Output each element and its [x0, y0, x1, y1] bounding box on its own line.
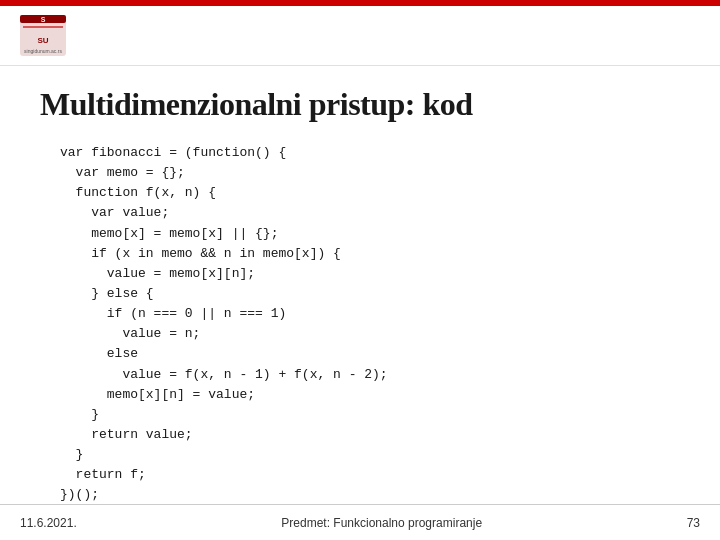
code-line-18: })();: [60, 485, 680, 505]
code-line-7: value = memo[x][n];: [60, 264, 680, 284]
footer-date: 11.6.2021.: [20, 516, 77, 530]
code-line-10: value = n;: [60, 324, 680, 344]
footer-subject: Predmet: Funkcionalno programiranje: [281, 516, 482, 530]
code-line-15: return value;: [60, 425, 680, 445]
code-line-17: return f;: [60, 465, 680, 485]
code-line-12: value = f(x, n - 1) + f(x, n - 2);: [60, 365, 680, 385]
code-block: var fibonacci = (function() { var memo =…: [40, 143, 680, 506]
code-line-16: }: [60, 445, 680, 465]
svg-text:singidunum.ac.rs: singidunum.ac.rs: [24, 48, 62, 54]
svg-rect-3: [23, 26, 63, 28]
code-line-6: if (x in memo && n in memo[x]) {: [60, 244, 680, 264]
code-line-2: var memo = {};: [60, 163, 680, 183]
code-line-5: memo[x] = memo[x] || {};: [60, 224, 680, 244]
code-line-8: } else {: [60, 284, 680, 304]
code-line-14: }: [60, 405, 680, 425]
logo-area: S SU singidunum.ac.rs: [18, 13, 68, 58]
footer-page-number: 73: [687, 516, 700, 530]
university-logo: S SU singidunum.ac.rs: [18, 13, 68, 58]
footer: 11.6.2021. Predmet: Funkcionalno program…: [0, 504, 720, 540]
code-line-9: if (n === 0 || n === 1): [60, 304, 680, 324]
main-content: Multidimenzionalni pristup: kod var fibo…: [0, 66, 720, 496]
slide-title: Multidimenzionalni pristup: kod: [40, 86, 680, 123]
header: S SU singidunum.ac.rs: [0, 6, 720, 66]
code-line-11: else: [60, 344, 680, 364]
code-line-13: memo[x][n] = value;: [60, 385, 680, 405]
code-line-1: var fibonacci = (function() {: [60, 143, 680, 163]
svg-text:S: S: [41, 16, 46, 23]
svg-text:SU: SU: [37, 36, 48, 45]
code-line-3: function f(x, n) {: [60, 183, 680, 203]
code-line-4: var value;: [60, 203, 680, 223]
